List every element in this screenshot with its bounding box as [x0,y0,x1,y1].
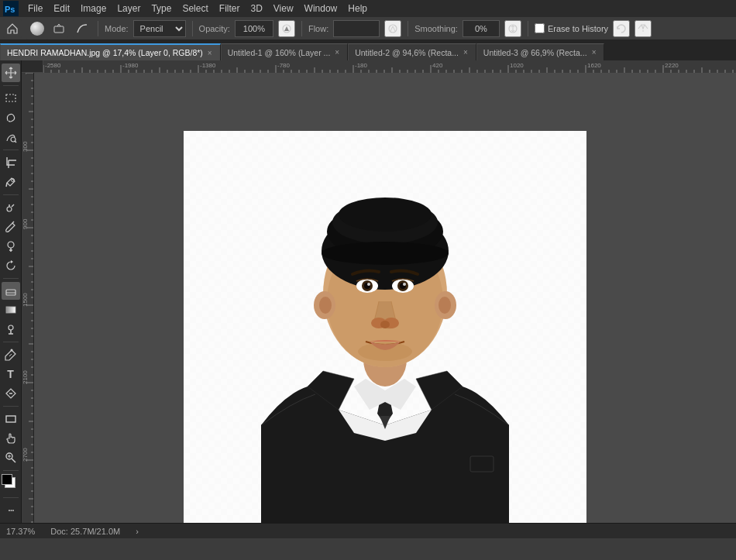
menu-type[interactable]: Type [146,2,176,15]
gradient-tool[interactable] [2,301,20,319]
menu-window[interactable]: Window [300,2,342,15]
menu-3d[interactable]: 3D [246,2,267,15]
move-tool[interactable] [2,64,20,82]
tool-sep-5 [3,342,19,342]
clone-stamp-tool[interactable] [2,237,20,256]
options-bar: Mode: Pencil Brush Multiply Screen Overl… [0,17,736,40]
svg-rect-27 [6,416,15,422]
status-arrow[interactable]: › [136,527,139,536]
tab-1-close[interactable]: × [333,48,341,57]
separator-5 [528,21,528,36]
svg-rect-2 [54,26,64,33]
tabs-bar: HENDRI RAMADHAN.jpg @ 17,4% (Layer 0, RG… [0,40,736,60]
menu-image[interactable]: Image [76,2,111,15]
zoom-level: 17.37% [6,527,35,536]
svg-point-22 [9,325,13,330]
svg-line-25 [9,354,12,356]
crop-tool[interactable] [2,153,20,172]
tab-2-label: Untitled-2 @ 94,6% (Recta... [355,48,459,57]
menu-help[interactable]: Help [343,2,372,15]
svg-rect-8 [6,94,15,101]
canvas-area[interactable] [34,73,736,523]
menu-layer[interactable]: Layer [112,2,145,15]
canvas-image [184,131,586,524]
tool-sep-2 [3,149,19,150]
main-area: T [0,60,736,523]
svg-point-44 [319,297,332,314]
symmetry-icon[interactable] [635,20,652,37]
opacity-input[interactable] [235,20,273,37]
eyedropper-tool[interactable] [2,173,20,191]
home-button[interactable] [3,19,22,38]
foreground-color-swatch[interactable] [2,474,12,485]
opacity-label: Opacity: [199,24,230,33]
svg-point-56 [380,321,390,328]
tab-2[interactable]: Untitled-2 @ 94,6% (Recta... × [348,43,476,60]
menu-edit[interactable]: Edit [49,2,74,15]
erase-to-history-label[interactable]: Erase to History [535,23,608,33]
reset-rotation-icon[interactable] [613,20,630,37]
menu-view[interactable]: View [269,2,298,15]
doc-info: Doc: 25.7M/21.0M [50,527,120,536]
separator-2 [192,21,193,36]
shape-rect-tool[interactable] [2,410,20,428]
path-select-tool[interactable] [2,384,20,403]
zoom-tool[interactable] [2,448,20,467]
tab-3-label: Untitled-3 @ 66,9% (Recta... [483,48,587,57]
tab-2-close[interactable]: × [462,48,469,57]
flow-input[interactable] [333,20,380,37]
menu-file[interactable]: File [23,2,47,15]
type-tool[interactable]: T [2,365,20,383]
smoothing-settings-icon[interactable] [504,20,521,37]
separator-3 [301,21,302,36]
tool-sep-6 [3,406,19,407]
tool-sep-3 [3,194,19,195]
mode-select[interactable]: Pencil Brush Multiply Screen Overlay [133,20,186,37]
svg-point-52 [367,283,370,286]
brush-preset-picker[interactable] [26,18,48,40]
tab-3-close[interactable]: × [590,48,598,57]
ruler-horizontal [43,60,736,73]
menu-select[interactable]: Select [177,2,212,15]
more-tools-button[interactable]: ··· [2,501,20,520]
brush-tool[interactable] [2,218,20,236]
tab-1[interactable]: Untitled-1 @ 160% (Layer ... × [221,43,348,60]
svg-line-16 [12,222,14,223]
quick-select-tool[interactable] [2,128,20,146]
brush-shape-icon[interactable] [73,19,91,38]
svg-point-17 [8,242,14,248]
work-area [22,60,736,523]
tab-0[interactable]: HENDRI RAMADHAN.jpg @ 17,4% (Layer 0, RG… [0,43,221,60]
color-swatches[interactable] [2,474,20,493]
menu-filter[interactable]: Filter [215,2,245,15]
lasso-tool[interactable] [2,108,20,127]
svg-point-53 [403,283,406,286]
ruler-vertical [22,73,34,523]
tool-sep-1 [3,85,19,86]
svg-point-13 [7,207,12,211]
flow-pressure-icon[interactable] [384,20,401,37]
pen-tool[interactable] [2,345,20,364]
heal-tool[interactable] [2,198,20,217]
opacity-pressure-icon[interactable] [278,20,295,37]
eraser-tool[interactable] [2,282,20,301]
dodge-tool[interactable] [2,320,20,338]
tab-0-close[interactable]: × [206,49,214,57]
image-layer [184,131,586,524]
marquee-rect-tool[interactable] [2,89,20,108]
flow-label: Flow: [308,24,328,33]
history-brush-tool[interactable] [2,256,20,275]
tab-1-label: Untitled-1 @ 160% (Layer ... [228,48,331,57]
hand-tool[interactable] [2,429,20,448]
ruler-h-canvas [43,60,736,73]
smoothing-input[interactable] [463,20,500,37]
svg-point-26 [10,349,12,352]
tab-3[interactable]: Untitled-3 @ 66,9% (Recta... × [476,43,605,60]
left-toolbar: T [0,60,22,523]
tool-sep-7 [3,470,19,471]
separator-1 [98,21,98,36]
svg-point-45 [439,297,451,314]
brush-size-dropdown[interactable] [50,19,68,38]
ps-logo-icon: Ps [3,1,19,16]
erase-to-history-checkbox[interactable] [535,23,545,33]
